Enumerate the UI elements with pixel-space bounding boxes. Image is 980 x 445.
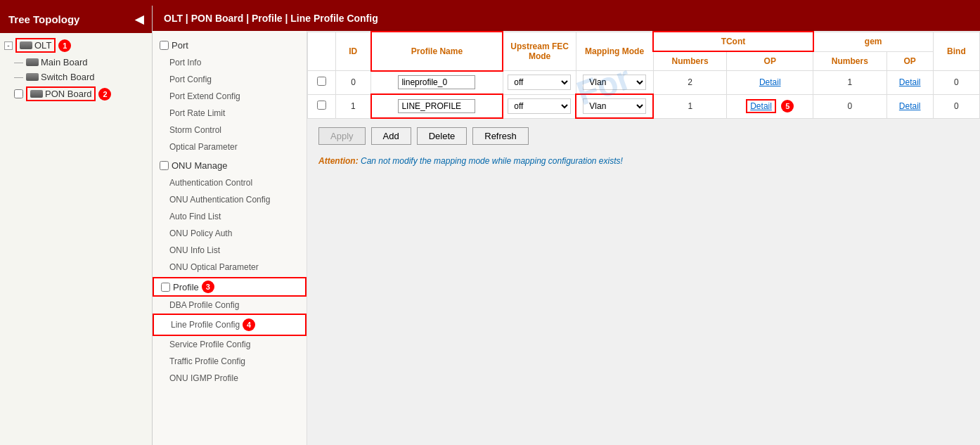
main-content: OLT | PON Board | Profile | Line Profile… (153, 6, 980, 445)
tree-item-pon-board[interactable]: PON Board 2 (0, 84, 152, 103)
attention-label: Attention: (318, 156, 359, 166)
row0-profile-name (371, 71, 503, 95)
nav-item-line-profile-config[interactable]: Line Profile Config 4 (153, 314, 307, 336)
table-row: 1 off on (308, 94, 980, 118)
row0-gem-detail-btn[interactable]: Detail (899, 77, 921, 87)
breadcrumb: OLT | PON Board | Profile | Line Profile… (164, 13, 378, 24)
row1-gem-numbers: 0 (813, 94, 887, 118)
nav-item-dba-profile-config[interactable]: DBA Profile Config (153, 297, 307, 314)
nav-item-auto-find-list[interactable]: Auto Find List (153, 208, 307, 225)
row1-gem-op: Detail (886, 94, 933, 118)
row0-profile-name-input[interactable] (398, 75, 475, 89)
sidebar-content: - OLT 1 — Main Board — Swit (0, 33, 152, 445)
nav-item-port-rate-limit[interactable]: Port Rate Limit (153, 105, 307, 122)
tree-item-main-board[interactable]: — Main Board (0, 55, 152, 70)
row0-upstream-fec: off on (503, 71, 576, 95)
nav-item-port-config[interactable]: Port Config (153, 71, 307, 88)
tree-item-switch-board[interactable]: — Switch Board (0, 70, 152, 84)
top-bar (0, 0, 980, 6)
th-tcont-numbers: Numbers (653, 51, 727, 71)
nav-item-port-extend-config[interactable]: Port Extend Config (153, 88, 307, 105)
pon-board-icon (30, 90, 43, 98)
add-button[interactable]: Add (371, 127, 411, 145)
row0-upstream-fec-select[interactable]: off on (508, 75, 571, 90)
row1-bind-number: 0 (933, 94, 979, 118)
line-profile-badge: 4 (243, 318, 255, 331)
left-nav: Port Port Info Port Config Port Extend C… (153, 31, 307, 445)
row1-checkbox[interactable] (317, 101, 326, 110)
th-tcont-op: OP (727, 51, 813, 71)
app-wrapper: Tree Topology ◀ - OLT 1 — Main Boar (0, 0, 980, 445)
row1-upstream-fec-select[interactable]: off on (508, 98, 571, 114)
olt-label[interactable]: OLT (15, 38, 56, 53)
dash-connector: — (14, 57, 23, 67)
sidebar-header[interactable]: Tree Topology ◀ (0, 6, 152, 33)
detail-badge-5: 5 (781, 100, 794, 112)
switch-board-icon (26, 73, 39, 81)
row1-checkbox-cell (308, 94, 336, 118)
row0-checkbox[interactable] (317, 77, 326, 86)
pon-board-label[interactable]: PON Board (26, 86, 96, 101)
apply-button[interactable]: Apply (318, 127, 366, 145)
nav-item-onu-igmp-profile[interactable]: ONU IGMP Profile (153, 370, 307, 387)
th-gem-op: OP (886, 51, 933, 71)
pon-board-checkbox[interactable] (14, 89, 23, 98)
row0-mapping-mode-select[interactable]: Vlan GemPort TCI (583, 75, 646, 90)
delete-button[interactable]: Delete (417, 127, 468, 145)
row1-gem-detail-btn[interactable]: Detail (899, 101, 921, 111)
olt-icon (20, 41, 32, 49)
sidebar-arrow: ◀ (135, 13, 143, 26)
tree-item-olt[interactable]: - OLT 1 (0, 36, 152, 55)
pon-board-badge: 2 (98, 88, 111, 101)
onu-manage-checkbox[interactable] (160, 161, 169, 170)
profile-section-checkbox[interactable] (161, 283, 170, 292)
sidebar-title: Tree Topology (8, 13, 79, 25)
right-panel: For ID Profile Name Upstream FEC Mode Ma… (307, 31, 980, 445)
data-table: ID Profile Name Upstream FEC Mode Mappin… (307, 31, 980, 119)
nav-item-service-profile-config[interactable]: Service Profile Config (153, 336, 307, 353)
nav-item-onu-info-list[interactable]: ONU Info List (153, 242, 307, 259)
row0-mapping-mode: Vlan GemPort TCI (576, 71, 653, 95)
nav-item-port-info[interactable]: Port Info (153, 54, 307, 71)
nav-item-onu-policy-auth[interactable]: ONU Policy Auth (153, 225, 307, 242)
action-bar: Apply Add Delete Refresh (307, 119, 980, 153)
th-upstream-fec-mode: Upstream FEC Mode (503, 32, 576, 71)
row0-tcont-numbers: 2 (653, 71, 727, 95)
nav-section-onu-manage: ONU Manage Authentication Control ONU Au… (153, 157, 307, 276)
port-section-checkbox[interactable] (160, 41, 169, 50)
th-bind: Bind (933, 32, 979, 71)
table-row: 0 off on (308, 71, 980, 95)
nav-item-storm-control[interactable]: Storm Control (153, 122, 307, 138)
olt-badge: 1 (58, 39, 71, 52)
breadcrumb-bar: OLT | PON Board | Profile | Line Profile… (153, 6, 980, 31)
th-gem-numbers: Numbers (813, 51, 887, 71)
row0-detail-btn[interactable]: Detail (759, 77, 781, 87)
row1-id: 1 (336, 94, 371, 118)
row0-gem-numbers: 1 (813, 71, 887, 95)
nav-section-header-profile[interactable]: Profile 3 (153, 277, 307, 297)
row1-detail-btn[interactable]: Detail (746, 99, 776, 113)
row1-tcont-numbers: 1 (653, 94, 727, 118)
main-layout: Tree Topology ◀ - OLT 1 — Main Boar (0, 6, 980, 445)
nav-section-header-onu-manage[interactable]: ONU Manage (153, 157, 307, 174)
row1-tcont-op: Detail 5 (727, 94, 813, 118)
refresh-button[interactable]: Refresh (472, 127, 529, 145)
th-gem-group: gem (813, 32, 934, 51)
row0-gem-op: Detail (886, 71, 933, 95)
nav-item-onu-auth-config[interactable]: ONU Authentication Config (153, 191, 307, 208)
dash-connector2: — (14, 72, 23, 82)
row1-profile-name (371, 94, 503, 118)
nav-section-profile: Profile 3 DBA Profile Config Line Profil… (153, 277, 307, 387)
nav-item-traffic-profile-config[interactable]: Traffic Profile Config (153, 353, 307, 370)
nav-section-header-port[interactable]: Port (153, 37, 307, 54)
table-wrapper: For ID Profile Name Upstream FEC Mode Ma… (307, 31, 980, 119)
row0-bind-number: 0 (933, 71, 979, 95)
profile-section-badge: 3 (202, 280, 214, 293)
nav-item-onu-optical-param[interactable]: ONU Optical Parameter (153, 259, 307, 276)
olt-toggle[interactable]: - (4, 41, 13, 50)
th-id: ID (336, 32, 371, 71)
row1-mapping-mode-select[interactable]: Vlan GemPort TCI (583, 98, 646, 114)
row1-profile-name-input[interactable] (398, 99, 475, 113)
nav-item-auth-control[interactable]: Authentication Control (153, 174, 307, 191)
nav-item-optical-parameter[interactable]: Optical Parameter (153, 138, 307, 155)
